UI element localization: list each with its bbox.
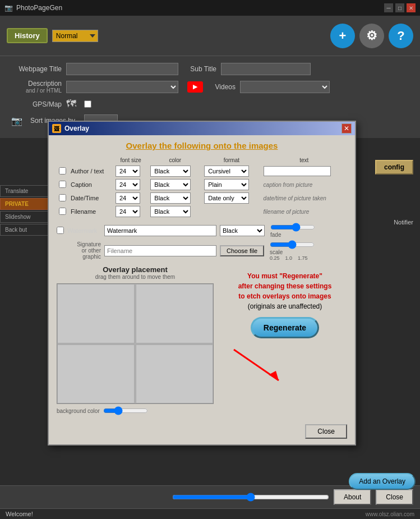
table-row: Caption 241812 BlackWhite PlainCursive <box>57 178 347 191</box>
author-label: Author / text <box>68 164 113 178</box>
sidebar: Translate PRIVATE Slideshow Back but <box>0 185 49 237</box>
watermark-checkbox[interactable] <box>57 227 64 234</box>
sidebar-item-slideshow[interactable]: Slideshow <box>0 211 49 223</box>
videos-select[interactable] <box>240 81 330 93</box>
config-button[interactable]: config <box>375 160 413 174</box>
signature-label3: graphic <box>82 254 101 260</box>
placement-left: Overlay placement drag them around to mo… <box>57 265 214 415</box>
modal-title-icon: 🖼 <box>52 124 61 133</box>
regen-notice: You must "Regenerate" after changing the… <box>223 271 347 311</box>
add-button[interactable]: + <box>330 24 355 48</box>
author-color-select[interactable]: BlackWhiteRed <box>150 166 191 177</box>
author-checkbox[interactable] <box>59 167 66 174</box>
overlay-close-button[interactable]: Close <box>305 424 347 439</box>
modal-close-x-button[interactable]: ✕ <box>341 123 352 134</box>
bg-color-label: background color <box>57 408 100 414</box>
sidebar-item-backbut[interactable]: Back but <box>0 224 49 236</box>
table-row: Filename 241812 BlackWhite filename of p… <box>57 205 347 218</box>
bg-color-slider[interactable] <box>103 406 148 415</box>
webpage-title-label: Webpage Title <box>11 65 62 73</box>
maximize-button[interactable]: □ <box>395 3 404 12</box>
sub-title-input[interactable] <box>221 63 311 75</box>
arrow-container <box>223 344 347 378</box>
overlay-modal: 🖼 Overlay ✕ Overlay the following onto t… <box>48 121 356 445</box>
signature-filename-input[interactable] <box>104 245 216 256</box>
bottom-bar: About Close Welcome! www.olsz.olian.com <box>0 485 420 519</box>
regenerate-button[interactable]: Regenerate <box>251 317 319 338</box>
map-icon: 🗺 <box>66 98 76 110</box>
scale-slider[interactable] <box>270 240 315 249</box>
caption-color-select[interactable]: BlackWhite <box>150 179 191 190</box>
datetime-label: Date/Time <box>68 191 113 205</box>
placement-grid[interactable] <box>57 283 214 404</box>
webpage-title-input[interactable] <box>66 63 178 75</box>
datetime-format-select[interactable]: Date onlyDate+Time <box>204 192 249 204</box>
modal-footer: Close <box>49 421 355 444</box>
placement-cell-tr[interactable] <box>136 284 213 343</box>
filename-checkbox[interactable] <box>59 208 66 215</box>
about-button[interactable]: About <box>334 489 371 505</box>
placement-section: Overlay placement drag them around to mo… <box>57 265 347 415</box>
datetime-checkbox[interactable] <box>59 194 66 201</box>
table-row: Author / text 24181236 BlackWhiteRed C <box>57 164 347 178</box>
caption-fontsize-select[interactable]: 241812 <box>116 179 140 190</box>
overlay-table: font size color format text Author / tex… <box>57 156 347 218</box>
minimize-button[interactable]: ─ <box>384 3 393 12</box>
filename-hint: filename of picture <box>264 209 310 215</box>
placement-heading: Overlay placement <box>57 265 214 274</box>
col-font-size: font size <box>113 156 148 164</box>
description-label: Description <box>11 80 62 88</box>
datetime-fontsize-select[interactable]: 241812 <box>116 192 140 204</box>
author-format-select[interactable]: CursivelPlainBold <box>204 166 249 177</box>
modal-heading: Overlay the following onto the images <box>57 141 347 150</box>
watermark-color-select[interactable]: BlackWhiteRed <box>220 225 265 236</box>
scale-min: 0.25 <box>270 255 280 261</box>
description-select[interactable] <box>66 81 178 93</box>
signature-label-col: Signature or other graphic <box>67 241 101 260</box>
camera-icon: 📷 <box>11 116 22 126</box>
gps-label: GPS/Map <box>11 100 62 108</box>
gps-checkbox[interactable] <box>84 100 91 108</box>
author-text-input[interactable] <box>264 166 331 176</box>
regen-notice-line2: after changing these settings <box>238 282 332 290</box>
bottom-slider[interactable] <box>172 493 329 502</box>
app-icon: 📷 <box>4 4 13 12</box>
scale-label: scale <box>270 249 283 255</box>
close-window-button[interactable]: ✕ <box>407 3 416 12</box>
filename-fontsize-select[interactable]: 241812 <box>116 206 140 217</box>
notifier-label: Notifier <box>394 219 413 226</box>
col-text: text <box>261 156 347 164</box>
regen-notice-line1: You must "Regenerate" <box>247 272 322 280</box>
add-overlay-button[interactable]: Add an Overlay <box>349 473 416 490</box>
scale-mid: 1.0 <box>285 255 293 261</box>
toolbar: History Normal Advanced Simple + ⚙ ? <box>0 16 420 56</box>
sub-title-label: Sub Title <box>183 65 216 73</box>
help-button[interactable]: ? <box>389 24 413 48</box>
choose-file-button[interactable]: Choose file <box>220 245 264 256</box>
watermark-text-input[interactable] <box>104 225 216 236</box>
red-arrow-icon <box>223 344 290 389</box>
datetime-color-select[interactable]: BlackWhite <box>150 192 191 204</box>
author-fontsize-select[interactable]: 24181236 <box>116 166 140 177</box>
placement-cell-tl[interactable] <box>57 284 135 343</box>
modal-titlebar: 🖼 Overlay ✕ <box>49 122 355 135</box>
datetime-hint: date/time of picture taken <box>264 195 326 201</box>
table-row: Date/Time 241812 BlackWhite Date onlyD <box>57 191 347 205</box>
col-color: color <box>148 156 202 164</box>
placement-cell-br[interactable] <box>136 345 213 404</box>
settings-button[interactable]: ⚙ <box>359 24 384 48</box>
mode-select[interactable]: Normal Advanced Simple <box>52 30 98 42</box>
caption-checkbox[interactable] <box>59 181 66 188</box>
placement-cell-bl[interactable] <box>57 345 135 404</box>
history-button[interactable]: History <box>7 28 48 43</box>
close-main-button[interactable]: Close <box>376 489 413 505</box>
regen-notice-line4: (originals are unaffected) <box>248 302 322 310</box>
modal-body: Overlay the following onto the images fo… <box>49 135 355 421</box>
signature-label2: or other <box>82 247 101 254</box>
sidebar-item-private[interactable]: PRIVATE <box>0 198 49 210</box>
caption-format-select[interactable]: PlainCursivel <box>204 179 249 190</box>
sidebar-item-translate[interactable]: Translate <box>0 185 49 197</box>
watermark-fade-slider[interactable] <box>270 223 315 232</box>
app-title: PhotoPageGen <box>16 4 62 12</box>
filename-color-select[interactable]: BlackWhite <box>150 206 191 217</box>
